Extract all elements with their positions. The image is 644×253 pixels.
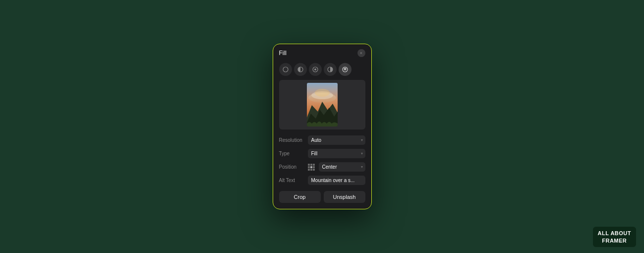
- contrast-blend-icon[interactable]: [324, 63, 337, 76]
- branding-badge: ALL ABOUT FRAMER: [593, 227, 636, 247]
- crop-button[interactable]: Crop: [279, 191, 321, 203]
- close-button[interactable]: ×: [357, 49, 365, 57]
- color-blend-icon[interactable]: [339, 63, 351, 76]
- svg-point-3: [314, 68, 316, 70]
- dot-mc: [310, 166, 312, 168]
- dialog-footer: Crop Unsplash: [273, 187, 371, 209]
- position-label: Position: [279, 164, 305, 170]
- unsplash-button[interactable]: Unsplash: [324, 191, 365, 203]
- position-row: Position Center ▾: [273, 160, 371, 174]
- fill-dialog: Fill ×: [273, 44, 372, 209]
- alt-text-input-wrapper[interactable]: Mountain over a s...: [308, 176, 365, 185]
- svg-point-9: [315, 89, 330, 97]
- alt-text-value[interactable]: Mountain over a s...: [308, 176, 365, 185]
- position-value[interactable]: Center: [319, 162, 365, 172]
- type-label: Type: [279, 151, 305, 156]
- position-grid-icon: [308, 164, 315, 171]
- branding-line2: FRAMER: [598, 237, 631, 244]
- type-value[interactable]: Fill: [308, 149, 365, 158]
- branding-line1: ALL ABOUT: [598, 230, 631, 237]
- dot-tc: [310, 164, 312, 166]
- type-select-wrapper[interactable]: Fill ▾: [308, 149, 365, 158]
- position-select-wrapper[interactable]: Center ▾: [319, 162, 365, 172]
- blend-modes-bar: [273, 61, 371, 80]
- dialog-header: Fill ×: [273, 44, 371, 61]
- resolution-label: Resolution: [279, 137, 305, 143]
- dialog-title: Fill: [279, 50, 287, 57]
- dot-br: [313, 169, 315, 171]
- darken-blend-icon[interactable]: [294, 63, 307, 76]
- dot-bl: [308, 169, 310, 171]
- alt-text-label: Alt Text: [279, 178, 305, 183]
- svg-point-0: [283, 67, 288, 72]
- image-preview: [279, 80, 365, 129]
- resolution-value[interactable]: Auto: [308, 135, 365, 145]
- type-row: Type Fill ▾: [273, 147, 371, 160]
- lighten-blend-icon[interactable]: [309, 63, 322, 76]
- resolution-row: Resolution Auto ▾: [273, 133, 371, 147]
- dot-tr: [313, 164, 315, 166]
- mountain-image: [307, 83, 338, 126]
- dot-mr: [313, 166, 315, 168]
- alt-text-row: Alt Text Mountain over a s...: [273, 174, 371, 187]
- resolution-select-wrapper[interactable]: Auto ▾: [308, 135, 365, 145]
- dot-ml: [308, 166, 310, 168]
- dot-bc: [310, 169, 312, 171]
- normal-blend-icon[interactable]: [279, 63, 292, 76]
- dot-tl: [308, 164, 310, 166]
